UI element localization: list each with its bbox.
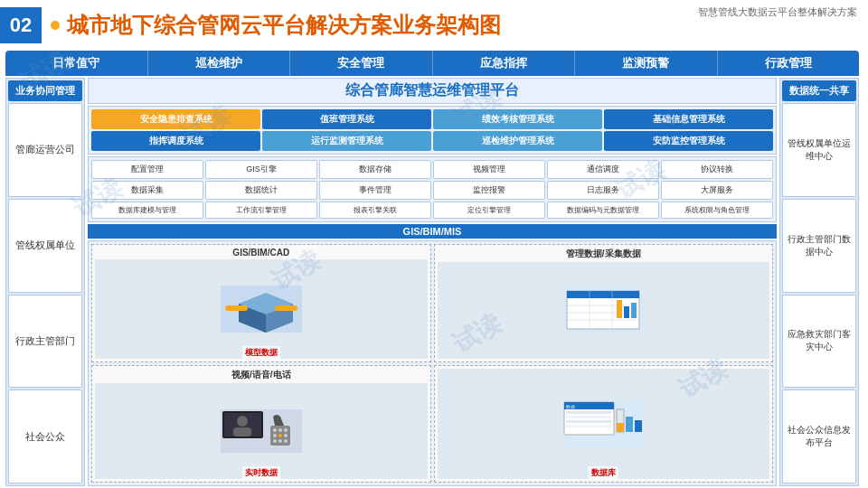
panel-manage-img <box>438 262 770 359</box>
panel-video-sublabel: 实时数据 <box>242 466 280 480</box>
sys-5: 运行监测管理系统 <box>262 131 431 151</box>
right-box-2: 应急救灾部门客灾中心 <box>782 295 856 389</box>
nav-item-2[interactable]: 巡检维护 <box>148 51 291 76</box>
right-box-1: 行政主管部门数据中心 <box>782 199 856 293</box>
mid-17: 系统权限与角色管理 <box>661 202 773 219</box>
svg-rect-15 <box>617 300 622 318</box>
mid-14: 报表引擎关联 <box>319 202 431 219</box>
sys-1: 值班管理系统 <box>262 109 431 129</box>
bim-3d-icon <box>221 286 302 333</box>
sys-7: 安防监控管理系统 <box>604 131 773 151</box>
sys-4: 指挥调度系统 <box>91 131 260 151</box>
left-box-0: 管廊运营公司 <box>8 103 82 197</box>
panel-gis-title: GIS/BIM/CAD <box>232 248 289 258</box>
section-number: 02 <box>0 7 42 43</box>
nav-bar: 日常值守 巡检维护 安全管理 应急指挥 监测预警 行政管理 <box>5 51 859 76</box>
panel-database-sublabel: 数据库 <box>589 466 618 480</box>
panel-video-img <box>95 383 428 480</box>
svg-rect-39 <box>566 420 611 423</box>
sys-3: 基础信息管理系统 <box>604 109 773 129</box>
panel-video: 视频/语音/电话 <box>91 365 431 483</box>
body-layout: 业务协同管理 管廊运营公司 管线权属单位 行政主管部门 社会公众 综合管廊智慧运… <box>5 78 859 486</box>
svg-rect-22 <box>233 427 251 436</box>
page-title: 城市地下综合管网云平台解决方案业务架构图 <box>67 11 501 40</box>
svg-point-30 <box>273 439 277 443</box>
panel-video-title: 视频/语音/电话 <box>231 369 291 381</box>
left-box-1: 管线权属单位 <box>8 199 82 293</box>
svg-rect-44 <box>635 420 642 432</box>
panel-manage-data: 管理数据/采集数据 <box>434 244 774 362</box>
video-phone-icon <box>221 409 302 453</box>
nav-item-3[interactable]: 安全管理 <box>290 51 433 76</box>
sys-2: 绩效考核管理系统 <box>433 109 602 129</box>
panel-gis-bim-cad: GIS/BIM/CAD <box>91 244 431 362</box>
panel-gis-img <box>95 259 428 359</box>
svg-rect-37 <box>566 411 611 414</box>
svg-rect-9 <box>567 291 639 298</box>
mid-6: 数据采集 <box>91 181 203 200</box>
svg-rect-17 <box>631 303 637 318</box>
sys-6: 巡检维护管理系统 <box>433 131 602 151</box>
svg-rect-5 <box>225 305 248 311</box>
mid-11: 大屏服务 <box>661 181 773 200</box>
bottom-panels: GIS/BIM/CAD <box>88 240 777 486</box>
svg-point-26 <box>284 428 288 432</box>
svg-rect-43 <box>626 417 633 432</box>
mid-9: 监控报警 <box>433 181 545 200</box>
mid-13: 工作流引擎管理 <box>205 202 317 219</box>
nav-item-4[interactable]: 应急指挥 <box>433 51 576 76</box>
nav-item-6[interactable]: 行政管理 <box>718 51 860 76</box>
panel-database-img: 数据 <box>438 369 770 480</box>
nav-item-1[interactable]: 日常值守 <box>5 51 148 76</box>
mid-16: 数据编码与元数据管理 <box>547 202 659 219</box>
mid-grid: 配置管理 GIS引擎 数据存储 视频管理 通信调度 协议转换 数据采集 数据统计… <box>88 156 777 222</box>
panel-database: 数据 数据库 <box>434 365 774 483</box>
center-area: 综合管廊智慧运维管理平台 安全隐患排查系统 值班管理系统 绩效考核管理系统 基础… <box>88 78 777 486</box>
svg-rect-40 <box>566 425 611 427</box>
main-content: 日常值守 巡检维护 安全管理 应急指挥 监测预警 行政管理 业务协同管理 管廊运… <box>0 47 868 488</box>
mid-2: 数据存储 <box>319 160 431 179</box>
svg-point-24 <box>273 428 277 432</box>
mid-12: 数据库建模与管理 <box>91 202 203 219</box>
right-box-3: 社会公众信息发布平台 <box>782 389 856 483</box>
sys-0: 安全隐患排查系统 <box>91 109 260 129</box>
svg-rect-6 <box>275 305 297 311</box>
left-sidebar: 业务协同管理 管廊运营公司 管线权属单位 行政主管部门 社会公众 <box>5 78 85 486</box>
svg-point-28 <box>278 434 282 437</box>
manage-data-icon <box>562 286 644 333</box>
svg-point-27 <box>273 434 277 437</box>
svg-point-25 <box>278 428 282 432</box>
svg-text:数据: 数据 <box>566 404 575 409</box>
left-box-2: 行政主管部门 <box>8 295 82 389</box>
svg-point-31 <box>278 439 282 443</box>
left-sidebar-title: 业务协同管理 <box>8 80 82 101</box>
svg-point-29 <box>284 434 288 437</box>
mid-7: 数据统计 <box>205 181 317 200</box>
nav-item-5[interactable]: 监测预警 <box>575 51 718 76</box>
gis-bim-mis-label: GIS/BIM/MIS <box>88 224 777 239</box>
mid-3: 视频管理 <box>433 160 545 179</box>
left-box-3: 社会公众 <box>8 389 82 483</box>
right-sidebar-title: 数据统一共享 <box>782 80 856 101</box>
panel-gis-sublabel: 模型数据 <box>242 346 280 360</box>
mid-1: GIS引擎 <box>205 160 317 179</box>
svg-rect-42 <box>617 423 624 432</box>
systems-grid: 安全隐患排查系统 值班管理系统 绩效考核管理系统 基础信息管理系统 指挥调度系统… <box>88 106 777 155</box>
mid-15: 定位引擎管理 <box>433 202 545 219</box>
platform-title: 综合管廊智慧运维管理平台 <box>88 78 777 104</box>
mid-0: 配置管理 <box>91 160 203 179</box>
mid-4: 通信调度 <box>547 160 659 179</box>
svg-point-21 <box>237 416 248 427</box>
svg-rect-16 <box>624 306 629 318</box>
mid-5: 协议转换 <box>661 160 773 179</box>
mid-8: 事件管理 <box>319 181 431 200</box>
mid-10: 日志服务 <box>547 181 659 200</box>
svg-point-32 <box>284 439 288 443</box>
right-sidebar: 数据统一共享 管线权属单位运维中心 行政主管部门数据中心 应急救灾部门客灾中心 … <box>779 78 859 486</box>
svg-rect-38 <box>566 416 611 418</box>
panel-manage-title: 管理数据/采集数据 <box>566 248 641 260</box>
database-icon: 数据 <box>562 400 644 447</box>
right-box-0: 管线权属单位运维中心 <box>782 103 856 197</box>
top-label: 智慧管线大数据云平台整体解决方案 <box>698 5 857 19</box>
header-dot-icon <box>51 21 60 30</box>
